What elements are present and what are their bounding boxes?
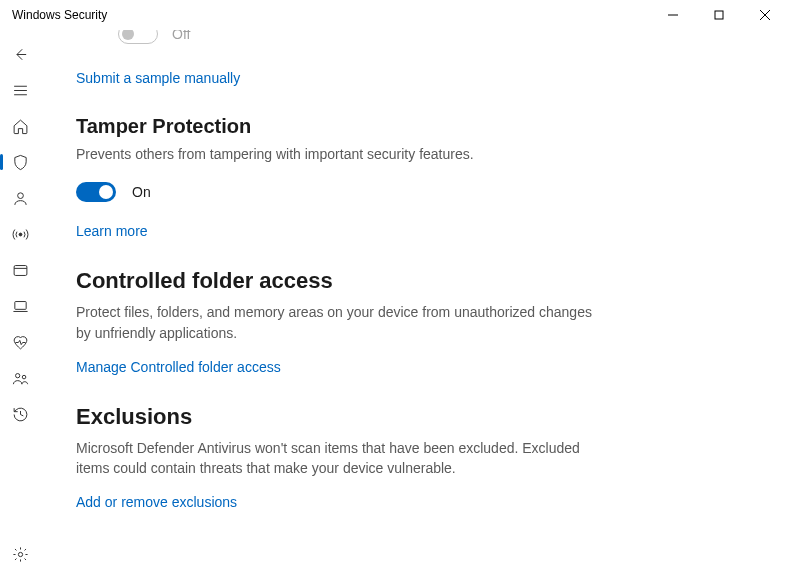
menu-button[interactable] <box>0 72 40 108</box>
sidebar-item-history[interactable] <box>0 396 40 432</box>
hamburger-icon <box>12 82 29 99</box>
person-icon <box>12 190 29 207</box>
sidebar-item-device-performance[interactable] <box>0 324 40 360</box>
previous-toggle-row: Off <box>118 30 190 44</box>
sidebar-item-device-security[interactable] <box>0 288 40 324</box>
home-icon <box>12 118 29 135</box>
sidebar-item-virus-protection[interactable] <box>0 144 40 180</box>
main-content: Off Submit a sample manually Tamper Prot… <box>40 30 788 578</box>
exclusions-description: Microsoft Defender Antivirus won't scan … <box>76 438 596 479</box>
manage-cfa-link[interactable]: Manage Controlled folder access <box>76 359 281 375</box>
sidebar-item-firewall[interactable] <box>0 216 40 252</box>
cfa-heading: Controlled folder access <box>76 268 748 294</box>
close-icon <box>760 10 770 20</box>
submit-sample-link[interactable]: Submit a sample manually <box>76 70 240 86</box>
svg-point-15 <box>22 375 26 379</box>
svg-point-16 <box>18 552 22 556</box>
window-icon <box>12 262 29 279</box>
broadcast-icon <box>12 226 29 243</box>
close-button[interactable] <box>742 0 788 30</box>
history-icon <box>12 406 29 423</box>
sidebar-item-settings[interactable] <box>0 536 40 572</box>
exclusions-section: Exclusions Microsoft Defender Antivirus … <box>76 404 788 512</box>
back-arrow-icon <box>12 46 29 63</box>
tamper-learn-more-link[interactable]: Learn more <box>76 223 148 239</box>
svg-rect-12 <box>14 301 25 309</box>
gear-icon <box>12 546 29 563</box>
exclusions-heading: Exclusions <box>76 404 748 430</box>
sidebar-item-app-browser[interactable] <box>0 252 40 288</box>
tamper-toggle-row: On <box>76 182 748 202</box>
sidebar <box>0 30 40 578</box>
tamper-heading: Tamper Protection <box>76 115 748 138</box>
sidebar-item-home[interactable] <box>0 108 40 144</box>
heart-pulse-icon <box>12 334 29 351</box>
svg-point-8 <box>17 192 23 198</box>
maximize-icon <box>714 10 724 20</box>
controlled-folder-access-section: Controlled folder access Protect files, … <box>76 268 788 376</box>
minimize-button[interactable] <box>650 0 696 30</box>
app-title: Windows Security <box>12 8 107 22</box>
people-icon <box>12 370 29 387</box>
previous-setting-toggle[interactable] <box>118 30 158 44</box>
tamper-protection-section: Tamper Protection Prevents others from t… <box>76 115 788 240</box>
back-button[interactable] <box>0 36 40 72</box>
sidebar-item-family[interactable] <box>0 360 40 396</box>
previous-toggle-label: Off <box>172 30 190 42</box>
cfa-description: Protect files, folders, and memory areas… <box>76 302 596 343</box>
tamper-protection-toggle[interactable] <box>76 182 116 202</box>
minimize-icon <box>668 10 678 20</box>
maximize-button[interactable] <box>696 0 742 30</box>
sidebar-item-account[interactable] <box>0 180 40 216</box>
tamper-description: Prevents others from tampering with impo… <box>76 144 596 164</box>
svg-point-14 <box>15 373 19 377</box>
titlebar: Windows Security <box>0 0 788 30</box>
svg-rect-10 <box>14 265 27 275</box>
tamper-toggle-label: On <box>132 184 151 200</box>
add-remove-exclusions-link[interactable]: Add or remove exclusions <box>76 494 237 510</box>
laptop-icon <box>12 298 29 315</box>
svg-rect-1 <box>715 11 723 19</box>
svg-point-9 <box>19 233 22 236</box>
shield-icon <box>12 154 29 171</box>
